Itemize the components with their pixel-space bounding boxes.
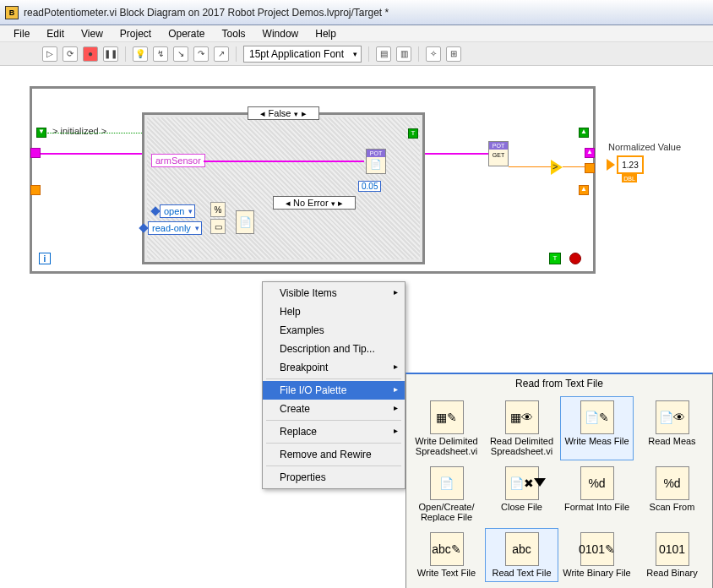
pot-set-node[interactable]: POT 📄 [366, 149, 386, 174]
menu-operate[interactable]: Operate [161, 26, 211, 41]
iteration-terminal[interactable]: i [39, 253, 51, 264]
palette-file-constants[interactable]: PathFile Constants [560, 584, 634, 588]
open-ring[interactable]: open [160, 204, 195, 218]
align-button[interactable]: ▤ [376, 46, 391, 62]
error-case-selector[interactable]: No Error [273, 196, 356, 210]
palette-icon: ▦👁 [505, 400, 539, 434]
chevron-down-icon[interactable] [291, 108, 298, 118]
err-next-icon[interactable] [335, 198, 343, 209]
menu-window[interactable]: Window [256, 26, 306, 41]
step-out-button[interactable]: ↗ [214, 46, 229, 62]
tunnel-orange-out[interactable] [585, 163, 595, 173]
tunnel-pink-out[interactable] [585, 148, 595, 158]
font-selector[interactable]: 15pt Application Font [243, 46, 362, 63]
palette-scan-from[interactable]: %dScan From [635, 462, 709, 526]
palette-write-text-file[interactable]: abc✎Write Text File [410, 528, 483, 582]
readonly-ring[interactable]: read-only [148, 221, 202, 235]
path-icon[interactable]: % [210, 202, 226, 217]
palette-write-binary-file[interactable]: 0101✎Write Binary File [560, 528, 634, 582]
case-selector[interactable]: False [248, 106, 320, 120]
err-prev-icon[interactable] [286, 198, 293, 209]
case-prev-icon[interactable] [260, 108, 269, 119]
abort-button[interactable]: ● [83, 46, 98, 62]
palette-read-delimited-spreadsheet-vi[interactable]: ▦👁Read Delimited Spreadsheet.vi [485, 396, 558, 460]
chevron-down-icon[interactable] [329, 198, 335, 208]
ctx-file-i-o-palette[interactable]: File I/O Palette [263, 381, 405, 400]
menu-help[interactable]: Help [308, 26, 343, 41]
toolbar: ▷ ⟳ ● ❚❚ 💡 ↯ ↘ ↷ ↗ 15pt Application Font… [0, 42, 713, 66]
palette-label: Write Delimited Spreadsheet.vi [412, 436, 481, 456]
distribute-button[interactable]: ▥ [396, 46, 411, 62]
step-over-button[interactable]: ↷ [193, 46, 209, 62]
loop-stop[interactable] [569, 253, 581, 264]
reorder-button[interactable]: ⊞ [446, 46, 461, 62]
palette-icon: 0101 [656, 532, 689, 566]
bool-constant[interactable]: T [549, 253, 561, 264]
compare-node[interactable] [551, 160, 563, 175]
menu-project[interactable]: Project [113, 26, 158, 41]
tunnel-green-in[interactable] [36, 128, 46, 138]
ctx-examples[interactable]: Examples [263, 321, 405, 340]
while-loop[interactable]: > initialized > False T armSensor POT 📄 … [30, 86, 596, 274]
block-diagram-canvas[interactable]: > initialized > False T armSensor POT 📄 … [0, 66, 713, 588]
err-value: No Error [293, 198, 329, 208]
ctx-breakpoint[interactable]: Breakpoint [263, 358, 405, 377]
palette-strip-path[interactable]: ⊟⊞Strip Path [485, 584, 558, 588]
ctx-create[interactable]: Create [263, 400, 405, 418]
tunnel-green-out[interactable] [579, 128, 589, 138]
palette-icon: %d [580, 466, 614, 500]
tunnel-green-case[interactable]: T [408, 128, 418, 139]
palette-close-file[interactable]: 📄✖Close File [485, 462, 558, 526]
cleanup-button[interactable]: ✧ [426, 46, 441, 62]
case-next-icon[interactable] [298, 108, 307, 119]
menu-view[interactable]: View [74, 26, 110, 41]
palette-label: Write Binary File [563, 568, 630, 578]
title-bar: B readPotentiometer.vi Block Diagram on … [0, 0, 713, 25]
palette-label: Read Delimited Spreadsheet.vi [487, 436, 556, 456]
ctx-visible-items[interactable]: Visible Items [263, 284, 405, 302]
palette-title: Read from Text File [406, 374, 712, 393]
pause-button[interactable]: ❚❚ [103, 46, 118, 62]
delay-constant[interactable]: 0.05 [358, 181, 381, 192]
open-file-node[interactable]: 📄 [236, 210, 254, 234]
tunnel-orange-in[interactable] [30, 185, 41, 195]
palette-write-delimited-spreadsheet-vi[interactable]: ▦✎Write Delimited Spreadsheet.vi [410, 396, 483, 460]
run-cont-button[interactable]: ⟳ [63, 46, 78, 62]
step-into-button[interactable]: ↘ [173, 46, 188, 62]
palette-format-into-file[interactable]: %dFormat Into File [560, 462, 634, 526]
case-structure[interactable]: False T armSensor POT 📄 0.05 No Error op… [142, 112, 425, 264]
menu-tools[interactable]: Tools [215, 26, 253, 41]
retain-button[interactable]: ↯ [153, 46, 168, 62]
ctx-replace[interactable]: Replace [263, 422, 405, 441]
menu-separator [266, 466, 401, 466]
menu-separator [266, 378, 401, 379]
tunnel-orange-out2[interactable] [579, 185, 589, 195]
ref-icon[interactable]: ▭ [210, 219, 226, 234]
palette-label: Read Binary [646, 568, 698, 578]
palette-build-path[interactable]: ⊞⊟Build Path [410, 584, 483, 588]
palette-read-binary[interactable]: 0101Read Binary [635, 528, 709, 582]
palette-icon: %d [656, 466, 689, 500]
menu-edit[interactable]: Edit [40, 26, 71, 41]
palette-icon: ▦✎ [430, 400, 464, 434]
pot-get-node[interactable]: POT GET [488, 141, 509, 166]
doc-icon: 📄 [370, 159, 382, 170]
palette-label: Scan From [650, 502, 695, 512]
palette-config-file[interactable]: ⚙Config File [635, 584, 709, 588]
palette-write-meas-file[interactable]: 📄✎Write Meas File [560, 396, 634, 460]
palette-read-text-file[interactable]: abcRead Text File [485, 528, 558, 582]
menu-separator [266, 420, 401, 421]
tunnel-pink-in[interactable] [30, 148, 41, 158]
normalized-indicator[interactable]: 1.23 [617, 155, 644, 174]
palette-grid: ▦✎Write Delimited Spreadsheet.vi▦👁Read D… [406, 393, 712, 588]
palette-open-create-replace-file[interactable]: 📄Open/Create/ Replace File [410, 462, 483, 526]
menu-file[interactable]: File [7, 26, 36, 41]
run-button[interactable]: ▷ [42, 46, 57, 62]
ctx-help[interactable]: Help [263, 302, 405, 321]
ctx-remove-and-rewire[interactable]: Remove and Rewire [263, 445, 405, 464]
ctx-description-and-tip-[interactable]: Description and Tip... [263, 340, 405, 358]
bulb-button[interactable]: 💡 [133, 46, 148, 62]
ctx-properties[interactable]: Properties [263, 468, 405, 487]
palette-read-meas[interactable]: 📄👁Read Meas [635, 396, 709, 460]
arm-sensor-constant[interactable]: armSensor [151, 154, 205, 167]
